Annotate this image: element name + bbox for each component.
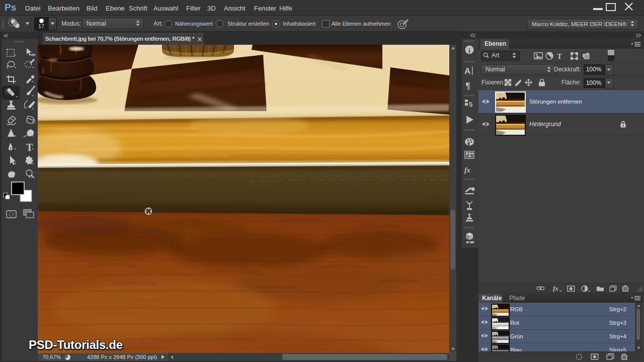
svg-text:i: i bbox=[468, 47, 470, 54]
svg-text:T: T bbox=[557, 52, 562, 60]
svg-text:T: T bbox=[26, 142, 33, 153]
svg-text:A: A bbox=[464, 66, 470, 76]
svg-text:¶: ¶ bbox=[465, 81, 470, 91]
svg-text:fx: fx bbox=[553, 285, 558, 292]
svg-text:5: 5 bbox=[469, 101, 472, 108]
svg-text:fx: fx bbox=[464, 166, 470, 174]
